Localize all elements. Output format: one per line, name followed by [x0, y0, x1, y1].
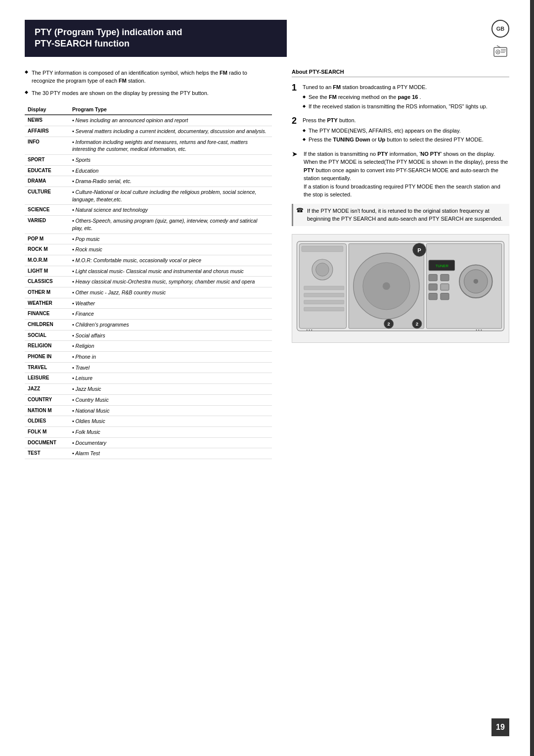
note-1-bullet-1: If the station is transmitting no PTY in… — [304, 150, 509, 158]
row-program: • Weather — [69, 298, 272, 309]
step-1-number: 1 — [292, 83, 303, 93]
step-1: 1 Tuned to an FM station broadcasting a … — [292, 83, 509, 112]
svg-point-18 — [474, 279, 479, 284]
table-row: TRAVEL• Travel — [25, 362, 272, 373]
row-display: CHILDREN — [25, 320, 69, 331]
step-2: 2 Press the PTY button. The PTY MODE(NEW… — [292, 116, 509, 145]
row-program: • Other music - Jazz, R&B country music — [69, 287, 272, 298]
table-row: SCIENCE• Natural science and technology — [25, 205, 272, 216]
phone-icon: ☎ — [296, 207, 304, 214]
page-title: PTY (Program Type) indication and PTY-SE… — [35, 27, 277, 50]
table-row: EDUCATE• Education — [25, 165, 272, 176]
svg-text:2: 2 — [388, 321, 390, 327]
device-image: P — [292, 234, 509, 343]
table-row: DRAMA• Drama-Radio serial, etc. — [25, 176, 272, 187]
table-row: FOLK M• Folk Music — [25, 426, 272, 437]
row-program: • Natural science and technology — [69, 205, 272, 216]
row-program: • News including an announced opinion an… — [69, 115, 272, 126]
note-block-1: ➤ If the station is transmitting no PTY … — [292, 150, 509, 199]
table-row: WEATHER• Weather — [25, 298, 272, 309]
svg-rect-37 — [304, 293, 344, 297]
row-display: SOCIAL — [25, 330, 69, 341]
row-program: • M.O.R: Comfortable music, occasionally… — [69, 255, 272, 266]
table-row: RELIGION• Religion — [25, 341, 272, 352]
table-row: SOCIAL• Social affairs — [25, 330, 272, 341]
table-row: CHILDREN• Children's programmes — [25, 320, 272, 331]
table-row: OTHER M• Other music - Jazz, R&B country… — [25, 287, 272, 298]
row-display: CULTURE — [25, 187, 69, 205]
table-row: M.O.R.M• M.O.R: Comfortable music, occas… — [25, 255, 272, 266]
row-display: DRAMA — [25, 176, 69, 187]
row-program: • Light classical music- Classical music… — [69, 266, 272, 277]
note-arrow-icon: ➤ — [292, 150, 301, 158]
row-program: • Pop music — [69, 234, 272, 244]
row-display: FINANCE — [25, 309, 69, 320]
row-program: • Country Music — [69, 394, 272, 405]
step-1-content: Tuned to an FM station broadcasting a PT… — [303, 83, 509, 112]
table-row: AFFAIRS• Several matters including a cur… — [25, 126, 272, 137]
right-column: About PTY-SEARCH 1 Tuned to an FM statio… — [292, 69, 509, 459]
svg-rect-36 — [304, 286, 344, 290]
row-display: DOCUMENT — [25, 437, 69, 448]
phone-note: ☎ If the PTY MODE isn't found, it is ret… — [292, 204, 509, 226]
intro-bullets: The PTY information is composed of an id… — [25, 69, 272, 97]
svg-text:TUNER: TUNER — [436, 264, 449, 268]
note-1-bullet-3: If a station is found broadcasting requi… — [304, 183, 509, 199]
row-program: • Rock music — [69, 244, 272, 255]
row-program: • Oldies Music — [69, 416, 272, 427]
row-display: PHONE IN — [25, 352, 69, 363]
table-row: NEWS• News including an announced opinio… — [25, 115, 272, 126]
section-title: About PTY-SEARCH — [292, 69, 509, 77]
row-display: ROCK M — [25, 244, 69, 255]
title-box: PTY (Program Type) indication and PTY-SE… — [25, 20, 287, 57]
table-row: LIGHT M• Light classical music- Classica… — [25, 266, 272, 277]
row-program: • Travel — [69, 362, 272, 373]
row-program: • Folk Music — [69, 426, 272, 437]
intro-bullet-1: The PTY information is composed of an id… — [25, 69, 272, 85]
row-program: • Alarm Test — [69, 448, 272, 459]
row-display: SCIENCE — [25, 205, 69, 216]
table-row: VARIED• Others-Speech, amusing program (… — [25, 216, 272, 234]
row-program: • Several matters including a current in… — [69, 126, 272, 137]
radio-svg — [493, 44, 508, 58]
row-program: • Documentary — [69, 437, 272, 448]
row-display: NATION M — [25, 405, 69, 416]
svg-rect-38 — [304, 300, 344, 304]
svg-rect-20 — [441, 274, 449, 281]
row-display: FOLK M — [25, 426, 69, 437]
note-content-1: If the station is transmitting no PTY in… — [304, 150, 509, 199]
row-program: • Others-Speech, amusing program (quiz, … — [69, 216, 272, 234]
page-container: GB PTY (Program Type) indication and PTY… — [0, 0, 534, 756]
table-row: CULTURE• Culture-National or local cultu… — [25, 187, 272, 205]
row-display: TEST — [25, 448, 69, 459]
svg-text:• • •: • • • — [307, 327, 313, 331]
table-row: TEST• Alarm Test — [25, 448, 272, 459]
row-display: POP M — [25, 234, 69, 244]
table-row: OLDIES• Oldies Music — [25, 416, 272, 427]
right-bar — [530, 0, 534, 756]
svg-point-2 — [497, 51, 499, 53]
row-display: LIGHT M — [25, 266, 69, 277]
table-row: ROCK M• Rock music — [25, 244, 272, 255]
svg-rect-24 — [441, 293, 449, 299]
svg-text:2: 2 — [416, 321, 418, 327]
row-display: OTHER M — [25, 287, 69, 298]
table-row: SPORT• Sports — [25, 155, 272, 166]
step-1-bullet-1: See the FM receiving method on the page … — [303, 93, 509, 101]
svg-text:• • •: • • • — [476, 327, 482, 331]
gb-badge: GB — [491, 20, 509, 38]
svg-point-35 — [316, 263, 329, 276]
row-program: • Jazz Music — [69, 384, 272, 395]
svg-point-12 — [383, 282, 390, 289]
row-display: NEWS — [25, 115, 69, 126]
row-program: • Drama-Radio serial, etc. — [69, 176, 272, 187]
step-2-content: Press the PTY button. The PTY MODE(NEWS,… — [303, 116, 509, 145]
table-row: PHONE IN• Phone in — [25, 352, 272, 363]
svg-rect-33 — [302, 246, 343, 251]
row-display: M.O.R.M — [25, 255, 69, 266]
row-program: • Culture-National or local culture incl… — [69, 187, 272, 205]
title-line2: PTY-SEARCH function — [35, 39, 130, 48]
svg-rect-21 — [429, 284, 437, 290]
row-program: • Education — [69, 165, 272, 176]
row-display: AFFAIRS — [25, 126, 69, 137]
